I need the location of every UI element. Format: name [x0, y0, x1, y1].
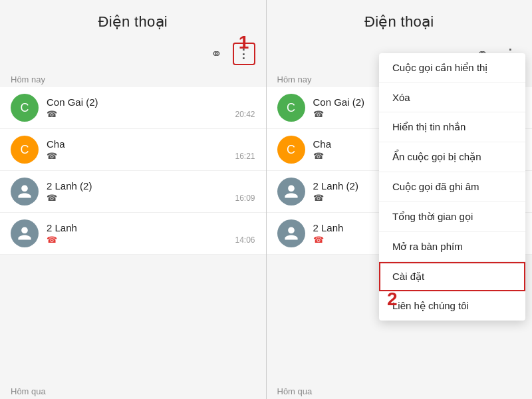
dropdown-item-show-messages[interactable]: Hiển thị tin nhắn — [379, 112, 525, 142]
contact-item[interactable]: C Cha ☎ 16:21 — [0, 129, 266, 171]
contact-meta: ☎ 20:42 — [47, 109, 255, 119]
contact-list-left: C Con Gai (2) ☎ 20:42 C Cha ☎ 16:21 — [0, 87, 266, 382]
step1-label: 1 — [239, 32, 249, 53]
missed-call-icon: ☎ — [313, 235, 324, 245]
contact-info: Con Gai (2) ☎ 20:42 — [47, 96, 255, 119]
contact-name: Cha — [47, 138, 255, 150]
dropdown-item-contact-us[interactable]: Liên hệ chúng tôi — [379, 291, 525, 321]
contact-name: Con Gai (2) — [47, 96, 255, 108]
avatar: C — [277, 94, 305, 122]
contact-name: 2 Lanh (2) — [47, 180, 255, 192]
dropdown-item-total-time[interactable]: Tổng thời gian gọi — [379, 202, 525, 232]
right-panel: Điện thoại ⚭ ⋮ Hôm nay C Con Gai (2) ☎ C… — [267, 0, 533, 399]
contact-item[interactable]: C Con Gai (2) ☎ 20:42 — [0, 87, 266, 129]
more-options-button[interactable]: 1 ⋮ — [233, 43, 255, 65]
left-toolbar: ⚭ 1 ⋮ — [0, 37, 266, 70]
section-yesterday-right: Hôm qua — [267, 382, 533, 399]
contact-time: 20:42 — [235, 110, 255, 119]
avatar — [11, 219, 39, 247]
avatar: C — [11, 94, 39, 122]
incoming-call-icon: ☎ — [313, 109, 324, 119]
dropdown-item-hide-blocked[interactable]: Ẩn cuộc gọi bị chặn — [379, 142, 525, 172]
dropdown-menu: Cuộc gọi cần hiển thị Xóa Hiển thị tin n… — [379, 53, 525, 321]
contact-name: 2 Lanh — [47, 222, 255, 233]
incoming-call-icon: ☎ — [313, 151, 324, 161]
contact-meta: ☎ 14:06 — [47, 235, 255, 245]
right-header: Điện thoại — [267, 0, 533, 37]
section-yesterday-left: Hôm qua — [0, 382, 266, 399]
incoming-call-icon: ☎ — [47, 151, 57, 161]
search-icon[interactable]: ⚭ — [211, 46, 222, 62]
contact-time: 16:21 — [235, 152, 255, 161]
contact-item[interactable]: 2 Lanh (2) ☎ 16:09 — [0, 171, 266, 213]
dropdown-item-settings[interactable]: Cài đặt 2 — [379, 262, 525, 291]
contact-info: Cha ☎ 16:21 — [47, 138, 255, 161]
step2-label: 2 — [387, 289, 398, 310]
contact-time: 16:09 — [235, 194, 255, 203]
section-today-left: Hôm nay — [0, 70, 266, 87]
contact-meta: ☎ 16:09 — [47, 193, 255, 203]
incoming-call-icon: ☎ — [47, 109, 57, 119]
avatar — [11, 178, 39, 205]
incoming-call-icon: ☎ — [47, 193, 57, 203]
contact-info: 2 Lanh (2) ☎ 16:09 — [47, 180, 255, 203]
dropdown-item-open-keypad[interactable]: Mở ra bàn phím — [379, 232, 525, 262]
dropdown-item-recorded-calls[interactable]: Cuộc gọi đã ghi âm — [379, 172, 525, 202]
contact-meta: ☎ 16:21 — [47, 151, 255, 161]
avatar — [277, 178, 305, 205]
missed-call-icon: ☎ — [47, 235, 57, 245]
dropdown-item-calls-to-show[interactable]: Cuộc gọi cần hiển thị — [379, 53, 525, 83]
incoming-call-icon: ☎ — [313, 193, 324, 203]
avatar: C — [277, 136, 305, 164]
contact-item[interactable]: 2 Lanh ☎ 14:06 — [0, 213, 266, 255]
avatar: C — [11, 136, 39, 164]
contact-info: 2 Lanh ☎ 14:06 — [47, 222, 255, 245]
right-title: Điện thoại — [364, 13, 434, 30]
avatar — [277, 219, 305, 247]
left-panel: Điện thoại ⚭ 1 ⋮ Hôm nay C Con Gai (2) ☎… — [0, 0, 266, 399]
left-header: Điện thoại — [0, 0, 266, 37]
dropdown-item-delete[interactable]: Xóa — [379, 83, 525, 112]
contact-time: 14:06 — [235, 235, 255, 245]
left-title: Điện thoại — [98, 13, 168, 30]
